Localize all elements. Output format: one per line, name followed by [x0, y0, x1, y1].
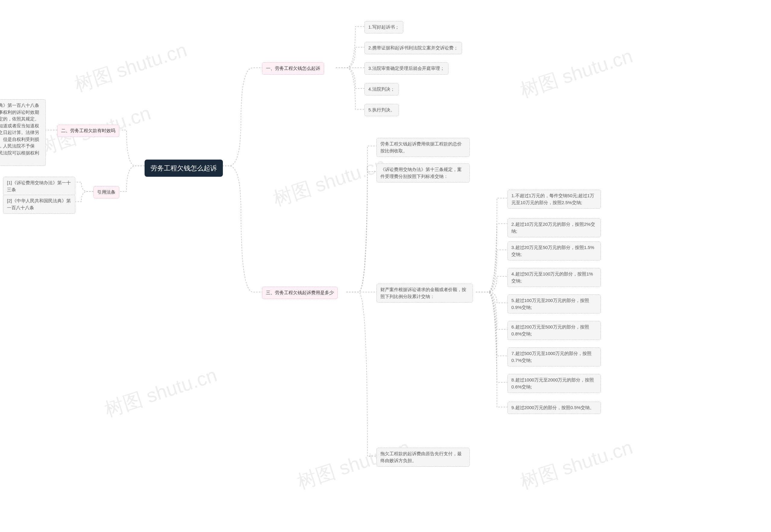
section3-rule[interactable]: 3.超过20万元至50万元的部分，按照1.5%交纳;	[508, 241, 601, 260]
refs-item[interactable]: [2]《中华人民共和国民法典》第一百八十八条	[3, 195, 75, 214]
section3-rule[interactable]: 7.超过500万元至1000万元的部分，按照0.7%交纳;	[508, 347, 601, 366]
section3-intro1[interactable]: 劳务工程欠钱起诉费用依据工程款的总价按比例收取。	[376, 138, 470, 157]
section3-rule[interactable]: 5.超过100万元至200万元的部分，按照0.9%交纳;	[508, 294, 601, 313]
section2-detail[interactable]: 《中华人民共和国民法典》第一百八十八条 向人民法院请求保护民事权利的诉讼时效期间…	[0, 99, 46, 166]
section3-rule[interactable]: 1.不超过1万元的，每件交纳50元;超过1万元至10万元的部分，按照2.5%交纳…	[508, 190, 601, 209]
section3-rule[interactable]: 6.超过200万元至500万元的部分，按照0.8%交纳;	[508, 321, 601, 340]
section1-item[interactable]: 3.法院审查确定受理后就会开庭审理；	[364, 62, 449, 75]
section3-rule[interactable]: 8.超过1000万元至2000万元的部分，按照0.6%交纳;	[508, 374, 601, 393]
refs-node[interactable]: 引用法条	[93, 186, 119, 198]
section1-item[interactable]: 4.法院判决；	[364, 83, 399, 95]
section3-footer[interactable]: 拖欠工程款的起诉费由原告先行支付，最终由败诉方负担。	[376, 448, 470, 467]
watermark: 树图 shutu.cn	[270, 151, 389, 212]
root-node[interactable]: 劳务工程欠钱怎么起诉	[145, 160, 223, 177]
section1-node[interactable]: 一、劳务工程欠钱怎么起诉	[262, 62, 324, 75]
section3-ruletitle[interactable]: 财产案件根据诉讼请求的金额或者价额，按照下列比例分段累计交纳：	[376, 284, 473, 303]
watermark: 树图 shutu.cn	[517, 43, 636, 104]
section1-item[interactable]: 5.执行判决。	[364, 104, 399, 116]
section3-node[interactable]: 三、劳务工程欠钱起诉费用是多少	[262, 287, 337, 299]
section3-rule[interactable]: 9.超过2000万元的部分，按照0.5%交纳。	[508, 402, 601, 414]
section2-node[interactable]: 二、劳务工程欠款有时效吗	[57, 125, 119, 137]
section1-item[interactable]: 2.携带证据和起诉书到法院立案并交诉讼费；	[364, 42, 462, 54]
section3-rule[interactable]: 2.超过10万元至20万元的部分，按照2%交纳;	[508, 218, 601, 237]
section3-intro2[interactable]: 《诉讼费用交纳办法》第十三条规定，案件受理费分别按照下列标准交纳：	[376, 163, 470, 182]
watermark: 树图 shutu.cn	[71, 37, 190, 98]
watermark: 树图 shutu.cn	[517, 434, 636, 495]
refs-item[interactable]: [1]《诉讼费用交纳办法》第一十三条	[3, 177, 75, 196]
watermark: 树图 shutu.cn	[101, 362, 220, 423]
section3-rule[interactable]: 4.超过50万元至100万元的部分，按照1%交纳;	[508, 268, 601, 287]
section1-item[interactable]: 1.写好起诉书；	[364, 21, 403, 33]
